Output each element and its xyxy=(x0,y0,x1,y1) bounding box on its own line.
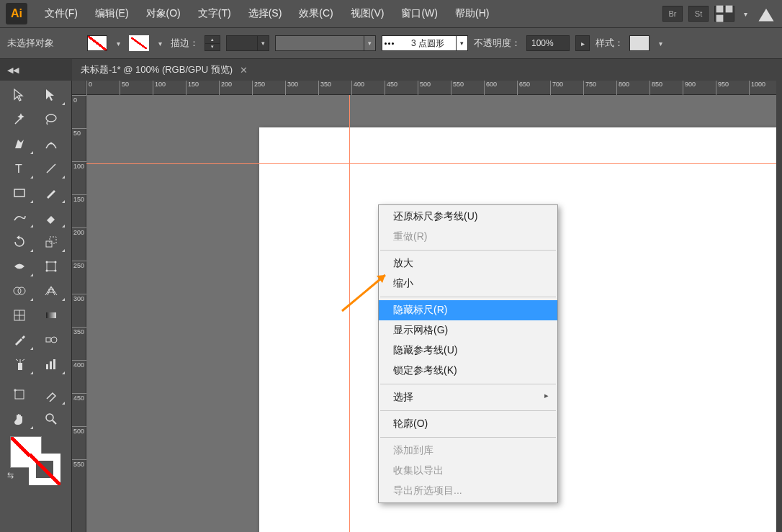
svg-rect-0 xyxy=(716,6,724,13)
eraser-tool[interactable] xyxy=(36,206,66,229)
menu-view[interactable]: 视图(V) xyxy=(343,3,392,24)
svg-rect-1 xyxy=(726,6,733,13)
style-chevron-icon[interactable]: ▾ xyxy=(655,35,665,51)
fill-chevron-icon[interactable]: ▾ xyxy=(113,35,123,51)
fill-stroke-indicator[interactable]: ⇆ xyxy=(4,436,67,482)
shape-builder-tool[interactable] xyxy=(4,279,35,302)
main-area: T xyxy=(0,81,782,532)
toolbox: T xyxy=(0,81,72,532)
document-tab-title: 未标题-1* @ 100% (RGB/GPU 预览) xyxy=(81,63,233,76)
svg-rect-25 xyxy=(50,361,52,369)
menu-help[interactable]: 帮助(H) xyxy=(448,3,496,24)
ctx-show-grid[interactable]: 显示网格(G) xyxy=(379,320,557,341)
magic-wand-tool[interactable] xyxy=(4,108,35,131)
curvature-tool[interactable] xyxy=(36,132,66,155)
bridge-button[interactable]: Br xyxy=(662,6,683,22)
line-segment-tool[interactable] xyxy=(36,157,66,180)
toolbox-collapse[interactable]: ◀◀ xyxy=(0,59,72,81)
swap-fill-stroke-icon[interactable]: ⇆ xyxy=(7,471,14,480)
stock-button[interactable]: St xyxy=(688,6,709,22)
svg-point-22 xyxy=(51,337,57,343)
slice-tool[interactable] xyxy=(36,383,66,406)
hand-tool[interactable] xyxy=(4,407,35,430)
rectangle-tool[interactable] xyxy=(4,181,35,204)
menu-window[interactable]: 窗口(W) xyxy=(394,3,445,24)
menu-file[interactable]: 文件(F) xyxy=(37,3,85,24)
style-label: 样式： xyxy=(596,37,624,50)
workspace-chevron-icon[interactable]: ▾ xyxy=(740,6,750,22)
mesh-tool[interactable] xyxy=(4,304,35,327)
column-graph-tool[interactable] xyxy=(36,353,66,376)
fill-swatch[interactable] xyxy=(87,35,107,51)
svg-point-30 xyxy=(46,414,53,421)
svg-line-31 xyxy=(53,420,56,424)
free-transform-tool[interactable] xyxy=(36,255,66,278)
document-tab[interactable]: 未标题-1* @ 100% (RGB/GPU 预览) ✕ xyxy=(72,59,256,81)
brush-dropdown[interactable]: ▾ xyxy=(275,35,376,51)
direct-selection-tool[interactable] xyxy=(36,84,66,107)
ctx-undo-ruler-guides[interactable]: 还原标尺参考线(U) xyxy=(379,207,557,227)
menu-effect[interactable]: 效果(C) xyxy=(292,3,340,24)
gradient-tool[interactable] xyxy=(36,304,66,327)
horizontal-ruler[interactable]: 0501001502002503003504004505005506006507… xyxy=(86,81,782,95)
ctx-zoom-in[interactable]: 放大 xyxy=(379,253,557,274)
scale-tool[interactable] xyxy=(36,230,66,253)
symbol-sprayer-tool[interactable] xyxy=(4,353,35,376)
svg-line-6 xyxy=(47,164,55,173)
svg-rect-2 xyxy=(716,15,724,22)
pen-tool[interactable] xyxy=(4,132,35,155)
close-tab-icon[interactable]: ✕ xyxy=(240,65,248,76)
opacity-value[interactable]: 100% xyxy=(526,35,570,51)
menu-select[interactable]: 选择(S) xyxy=(241,3,289,24)
ctx-select[interactable]: 选择 xyxy=(379,387,557,407)
ctx-zoom-out[interactable]: 缩小 xyxy=(379,274,557,294)
svg-rect-27 xyxy=(15,390,24,399)
width-tool[interactable] xyxy=(4,255,35,278)
vertical-ruler[interactable]: 050100150200250300350400450500550 xyxy=(72,95,86,532)
right-panel-edge[interactable] xyxy=(776,81,782,532)
dash-dropdown[interactable]: 3 点圆形▾ xyxy=(382,35,468,51)
svg-text:T: T xyxy=(15,163,22,175)
ctx-lock-guides[interactable]: 锁定参考线(K) xyxy=(379,361,557,381)
shaper-tool[interactable] xyxy=(4,206,35,229)
stroke-weight-dropdown[interactable]: ▾ xyxy=(226,35,269,51)
stroke-indicator[interactable] xyxy=(29,454,60,485)
guide-horizontal[interactable] xyxy=(86,163,782,164)
ctx-outline[interactable]: 轮廓(O) xyxy=(379,414,557,434)
selection-tool[interactable] xyxy=(4,84,35,107)
paintbrush-tool[interactable] xyxy=(36,181,66,204)
zoom-tool[interactable] xyxy=(36,407,66,430)
blend-tool[interactable] xyxy=(36,328,66,351)
canvas-area[interactable]: 0501001502002503003504004505005506006507… xyxy=(72,81,782,532)
guide-vertical[interactable] xyxy=(349,95,350,532)
menu-edit[interactable]: 编辑(E) xyxy=(88,3,136,24)
ctx-hide-rulers[interactable]: 隐藏标尺(R) xyxy=(379,300,557,320)
menubar: Ai 文件(F) 编辑(E) 对象(O) 文字(T) 选择(S) 效果(C) 视… xyxy=(0,0,782,27)
svg-point-13 xyxy=(46,270,48,272)
ctx-hide-guides[interactable]: 隐藏参考线(U) xyxy=(379,341,557,361)
stroke-chevron-icon[interactable]: ▾ xyxy=(155,35,165,51)
svg-point-4 xyxy=(50,143,53,145)
opacity-chevron-icon[interactable]: ▸ xyxy=(575,35,590,51)
svg-point-16 xyxy=(18,287,25,294)
svg-rect-9 xyxy=(50,237,56,243)
ctx-add-to-library: 添加到库 xyxy=(379,441,557,461)
stroke-swatch[interactable] xyxy=(129,35,149,51)
ruler-origin-corner[interactable] xyxy=(72,81,86,95)
perspective-grid-tool[interactable] xyxy=(36,279,66,302)
menu-type[interactable]: 文字(T) xyxy=(191,3,238,24)
workspace-switcher[interactable] xyxy=(714,6,734,22)
rotate-tool[interactable] xyxy=(4,230,35,253)
lasso-tool[interactable] xyxy=(36,108,66,131)
ctx-separator xyxy=(380,410,556,411)
type-tool[interactable]: T xyxy=(4,157,35,180)
eyedropper-tool[interactable] xyxy=(4,328,35,351)
artboard-tool[interactable] xyxy=(4,383,35,406)
search-button[interactable] xyxy=(756,6,776,22)
app-logo: Ai xyxy=(6,3,27,24)
menu-object[interactable]: 对象(O) xyxy=(139,3,188,24)
ctx-export-selection: 导出所选项目... xyxy=(379,481,557,501)
style-swatch[interactable] xyxy=(629,35,650,51)
svg-point-12 xyxy=(55,261,57,263)
stroke-weight-spinner[interactable]: ▴▾ xyxy=(205,35,220,51)
